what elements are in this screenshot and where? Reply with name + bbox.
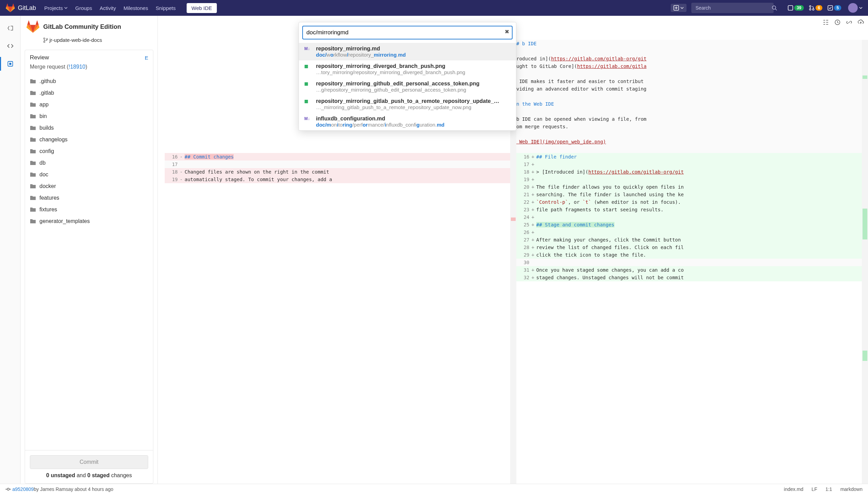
- nav-plus-button[interactable]: [671, 4, 687, 12]
- chevron-down-icon: [680, 6, 684, 10]
- tree-item[interactable]: changelogs: [25, 134, 153, 145]
- svg-point-5: [812, 9, 814, 10]
- branch-icon: [43, 37, 48, 43]
- finder-result[interactable]: ▦repository_mirroring_github_edit_person…: [299, 78, 516, 95]
- tree-item[interactable]: docker: [25, 180, 153, 192]
- icon-rail: [0, 16, 21, 484]
- plus-square-icon: [673, 5, 679, 11]
- folder-icon: [30, 79, 36, 84]
- review-title: Review: [30, 54, 145, 61]
- rail-review[interactable]: [3, 57, 17, 71]
- editor-area: 16-## Commit changes17 18-Changed files …: [158, 16, 868, 484]
- markdown-icon: M↓: [304, 46, 310, 51]
- commit-button[interactable]: Commit: [30, 455, 148, 469]
- statusbar: a9520809 by James Ramsay about 4 hours a…: [0, 484, 868, 494]
- folder-icon: [30, 137, 36, 142]
- nav-projects[interactable]: Projects: [44, 5, 68, 11]
- stage-status: 0 unstaged and 0 staged changes: [30, 469, 148, 479]
- svg-point-10: [44, 41, 45, 43]
- brand-text[interactable]: GitLab: [18, 4, 36, 12]
- gitlab-logo-icon: [5, 3, 15, 13]
- status-commit-author: by James Ramsay about 4 hours ago: [34, 486, 113, 492]
- mr-line: Merge request (!18910): [25, 62, 153, 74]
- project-title: GitLab Community Edition: [43, 23, 121, 31]
- tree-item[interactable]: fixtures: [25, 204, 153, 215]
- tree-item[interactable]: features: [25, 192, 153, 204]
- todos-badge[interactable]: 5: [827, 5, 841, 11]
- folder-icon: [30, 207, 36, 212]
- folder-icon: [30, 90, 36, 96]
- folder-icon: [30, 195, 36, 201]
- image-icon: ▦: [304, 81, 308, 86]
- svg-point-11: [46, 38, 48, 40]
- tree-item[interactable]: .github: [25, 75, 153, 87]
- search-icon: [772, 5, 777, 11]
- history-icon[interactable]: [834, 19, 841, 25]
- todos-icon: [827, 5, 833, 11]
- nav-milestones[interactable]: Milestones: [124, 5, 148, 11]
- sidebar: GitLab Community Edition jr-update-web-i…: [21, 16, 158, 484]
- review-icon: [7, 60, 14, 67]
- file-tree[interactable]: .github.gitlabappbinbuildschangelogsconf…: [25, 74, 153, 450]
- branch-indicator[interactable]: jr-update-web-ide-docs: [21, 36, 157, 46]
- mr-badge[interactable]: 6: [809, 5, 823, 11]
- issues-icon: [787, 5, 794, 11]
- status-line-ending[interactable]: LF: [812, 486, 817, 492]
- issues-badge[interactable]: 39: [787, 5, 804, 11]
- svg-point-13: [7, 488, 9, 490]
- tree-item[interactable]: .gitlab: [25, 87, 153, 99]
- commit-icon: [5, 486, 11, 492]
- project-icon: [26, 20, 40, 34]
- folder-icon: [30, 184, 36, 189]
- search-input[interactable]: [691, 3, 774, 13]
- file-finder: ✖ M↓repository_mirroring.mddoc/workflow/…: [298, 22, 516, 131]
- folder-icon: [30, 219, 36, 224]
- image-icon: ▦: [304, 99, 308, 104]
- nav-groups[interactable]: Groups: [75, 5, 92, 11]
- tree-item[interactable]: bin: [25, 110, 153, 122]
- svg-point-9: [44, 38, 45, 39]
- finder-results: M↓repository_mirroring.mddoc/workflow/re…: [299, 43, 516, 130]
- topbar: GitLab Projects Groups Activity Mileston…: [0, 0, 868, 16]
- status-language[interactable]: markdown: [840, 486, 863, 492]
- folder-icon: [30, 149, 36, 154]
- tree-item[interactable]: config: [25, 145, 153, 157]
- user-avatar[interactable]: [848, 3, 858, 13]
- finder-input[interactable]: [302, 26, 513, 39]
- status-commit-sha[interactable]: a9520809: [12, 486, 34, 492]
- finder-result[interactable]: ▦repository_mirroring_gitlab_push_to_a_r…: [299, 95, 516, 113]
- tree-item[interactable]: generator_templates: [25, 215, 153, 227]
- svg-point-1: [772, 6, 776, 9]
- finder-result[interactable]: M↓repository_mirroring.mddoc/workflow/re…: [299, 43, 516, 60]
- code-icon: [7, 43, 14, 49]
- folder-icon: [30, 102, 36, 107]
- finder-result[interactable]: M↓influxdb_configuration.mddoc/monitorin…: [299, 113, 516, 130]
- tree-toggle-icon[interactable]: [823, 19, 829, 25]
- status-filename: index.md: [784, 486, 804, 492]
- markdown-icon: M↓: [304, 116, 310, 121]
- folder-icon: [30, 114, 36, 119]
- tree-item[interactable]: app: [25, 99, 153, 110]
- link-icon[interactable]: [846, 19, 852, 25]
- edit-link[interactable]: E: [145, 55, 148, 61]
- collapse-icon: [7, 25, 14, 32]
- mr-link[interactable]: !18910: [69, 64, 85, 70]
- finder-clear-icon[interactable]: ✖: [505, 28, 509, 35]
- svg-rect-2: [788, 5, 793, 10]
- finder-result[interactable]: ▦repository_mirroring_diverged_branch_pu…: [299, 60, 516, 78]
- svg-point-3: [809, 5, 811, 7]
- tree-item[interactable]: db: [25, 157, 153, 169]
- image-icon: ▦: [304, 64, 308, 69]
- rail-collapse[interactable]: [3, 21, 17, 35]
- nav-snippets[interactable]: Snippets: [156, 5, 176, 11]
- tree-item[interactable]: doc: [25, 169, 153, 180]
- cloud-upload-icon[interactable]: [858, 19, 864, 25]
- tree-item[interactable]: builds: [25, 122, 153, 134]
- folder-icon: [30, 125, 36, 131]
- rail-edit[interactable]: [3, 39, 17, 53]
- folder-icon: [30, 172, 36, 177]
- editor-toolbar: [823, 19, 864, 25]
- nav-webide[interactable]: Web IDE: [187, 3, 217, 13]
- nav-activity[interactable]: Activity: [99, 5, 116, 11]
- svg-rect-8: [9, 63, 11, 65]
